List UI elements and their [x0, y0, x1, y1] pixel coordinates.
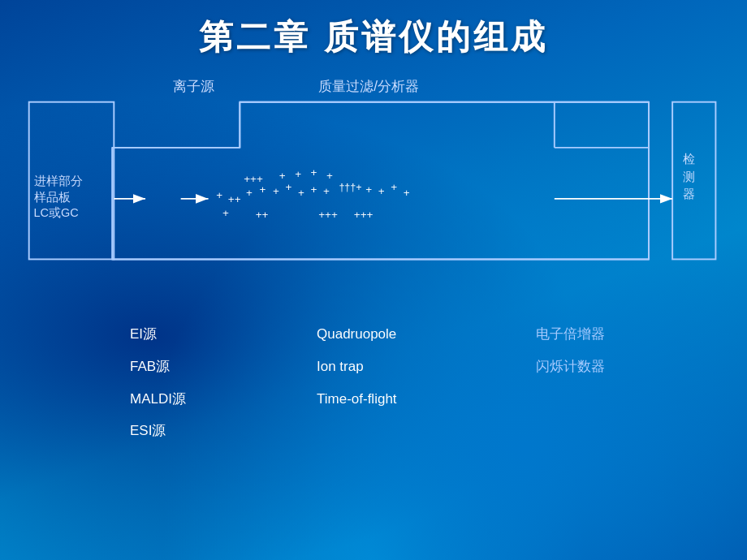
svg-text:+: + [298, 187, 304, 199]
filter-quadruopole: Quadruopole [317, 325, 487, 344]
svg-text:†††+: †††+ [339, 182, 361, 193]
detector-scintillation: 闪烁计数器 [536, 357, 682, 377]
svg-text:+++: +++ [354, 209, 374, 221]
filter-tof: Time-of-flight [317, 390, 487, 409]
slide-container: 第二章 质谱仪的组成 离子源 质量过滤/分析器 [0, 0, 747, 560]
svg-text:+: + [404, 187, 410, 199]
svg-text:+: + [365, 183, 372, 196]
svg-text:+: + [326, 170, 333, 182]
mass-filter-list: Quadruopole Ion trap Time-of-flight [317, 325, 487, 454]
svg-text:+: + [273, 185, 279, 197]
slide-title: 第二章 质谱仪的组成 [0, 0, 747, 60]
source-ei: EI源 [130, 325, 292, 344]
svg-text:+: + [222, 207, 229, 219]
filter-ion-trap: Ion trap [317, 357, 487, 377]
svg-text:+: + [391, 181, 397, 193]
svg-text:++: ++ [256, 209, 269, 221]
svg-text:+: + [260, 183, 266, 196]
svg-text:器: 器 [683, 187, 695, 200]
bottom-labels-section: EI源 FAB源 MALDI源 ESI源 Quadruopole Ion tra… [0, 325, 747, 454]
source-fab: FAB源 [130, 357, 292, 377]
svg-text:+: + [378, 185, 385, 197]
diagram-svg: 离子源 质量过滤/分析器 [16, 69, 731, 321]
detector-electron-multiplier: 电子倍增器 [536, 325, 682, 344]
svg-text:+: + [295, 168, 301, 180]
svg-text:样品板: 样品板 [34, 191, 71, 204]
svg-text:+: + [246, 187, 253, 199]
svg-text:+: + [311, 183, 317, 196]
svg-text:++: ++ [228, 193, 241, 205]
svg-text:LC或GC: LC或GC [34, 206, 79, 219]
ion-source-list: EI源 FAB源 MALDI源 ESI源 [130, 325, 292, 454]
svg-text:离子源: 离子源 [173, 78, 214, 94]
svg-text:+: + [311, 166, 317, 179]
svg-text:+++: +++ [318, 209, 338, 221]
diagram-area: 离子源 质量过滤/分析器 [16, 69, 731, 321]
svg-text:+: + [286, 181, 292, 193]
svg-text:测: 测 [683, 170, 695, 183]
svg-text:质量过滤/分析器: 质量过滤/分析器 [318, 78, 419, 94]
svg-text:+: + [216, 189, 222, 201]
source-maldi: MALDI源 [130, 390, 292, 409]
svg-text:+: + [279, 170, 286, 182]
svg-text:进样部分: 进样部分 [34, 174, 83, 187]
source-esi: ESI源 [130, 421, 292, 441]
detector-type-list: 电子倍增器 闪烁计数器 [536, 325, 682, 454]
svg-text:+: + [323, 185, 330, 197]
svg-text:检: 检 [683, 153, 695, 166]
